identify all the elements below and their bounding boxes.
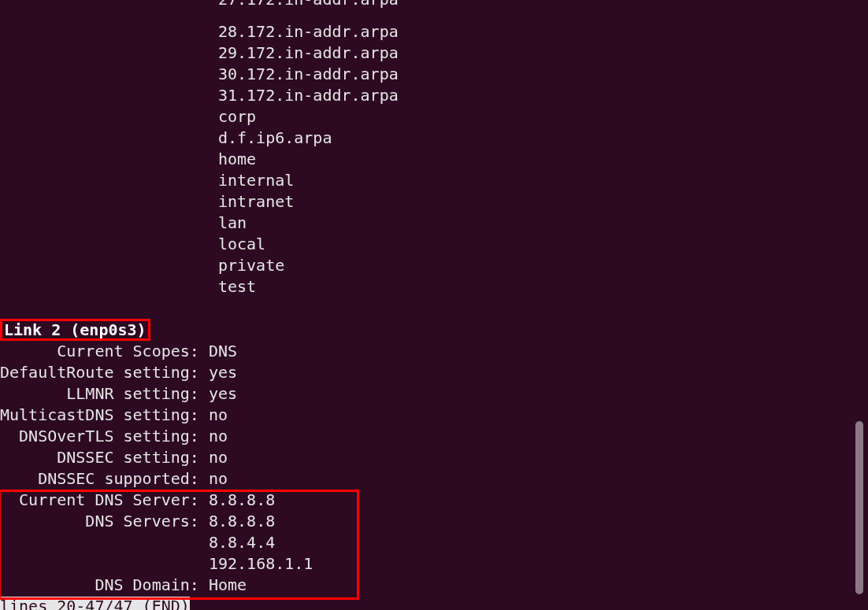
domain-entry: local <box>0 235 265 253</box>
domain-entry: lan <box>0 213 247 232</box>
scrollbar-track <box>855 0 863 610</box>
link-row: LLMNR setting: yes <box>0 384 237 403</box>
link-row-label: Current Scopes: <box>0 342 199 360</box>
link-row-label: DefaultRoute setting: <box>0 363 199 382</box>
domain-entry: intranet <box>0 192 294 211</box>
link-row-label: Current DNS Server: <box>0 490 199 509</box>
link-row: DNS Servers: 8.8.8.8 <box>0 512 275 531</box>
domain-entry: 30.172.in-addr.arpa <box>0 65 399 83</box>
link-row-label: MulticastDNS setting: <box>0 405 199 424</box>
link-row-value: no <box>209 405 228 424</box>
scrollbar-thumb[interactable] <box>855 421 863 594</box>
link-row: DNSSEC supported: no <box>0 469 228 488</box>
domain-entry: 28.172.in-addr.arpa <box>0 22 399 41</box>
link-row-value: 8.8.8.8 <box>209 490 275 509</box>
pager-status: lines 20-47/47 (END) <box>0 597 190 610</box>
domain-entry: internal <box>0 171 294 190</box>
link-row: DNS Domain: Home <box>0 575 247 594</box>
domain-entry: 31.172.in-addr.arpa <box>0 86 399 105</box>
domain-truncated: 27.172.in-addr.arpa <box>0 0 399 9</box>
domain-entry: test <box>0 277 256 296</box>
link-row-value: Home <box>209 575 247 594</box>
terminal-output[interactable]: 27.172.in-addr.arpa 28.172.in-addr.arpa … <box>0 0 868 610</box>
link-row-value: 8.8.8.8 <box>209 512 275 531</box>
link-title: Link 2 (enp0s3) <box>0 319 150 341</box>
link-row: 8.8.4.4 <box>0 533 275 552</box>
link-row-value: no <box>209 448 228 467</box>
domain-entry: home <box>0 150 256 168</box>
link-row: DNSOverTLS setting: no <box>0 427 228 445</box>
link-row-value: 192.168.1.1 <box>209 554 313 573</box>
link-row-label: DNS Servers: <box>0 512 199 531</box>
link-row-value: no <box>209 469 228 488</box>
link-row-label: LLMNR setting: <box>0 384 199 403</box>
link-row-label: DNS Domain: <box>0 575 199 594</box>
link-row-label: DNSSEC supported: <box>0 469 199 488</box>
link-row-value: DNS <box>209 342 237 360</box>
link-row: DefaultRoute setting: yes <box>0 363 237 382</box>
link-row-label <box>0 554 199 573</box>
link-row-label: DNSSEC setting: <box>0 448 199 467</box>
link-row-value: no <box>209 427 228 445</box>
link-row-label <box>0 533 199 552</box>
link-row: Current Scopes: DNS <box>0 342 237 360</box>
domain-entry: private <box>0 256 284 275</box>
link-row: DNSSEC setting: no <box>0 448 228 467</box>
domain-entry: corp <box>0 107 256 126</box>
domain-entry: 29.172.in-addr.arpa <box>0 43 399 62</box>
link-row: MulticastDNS setting: no <box>0 405 228 424</box>
link-row-value: 8.8.4.4 <box>209 533 275 552</box>
link-row: 192.168.1.1 <box>0 554 313 573</box>
link-row-value: yes <box>209 363 237 382</box>
link-row-value: yes <box>209 384 237 403</box>
link-row: Current DNS Server: 8.8.8.8 <box>0 490 275 509</box>
link-row-label: DNSOverTLS setting: <box>0 427 199 445</box>
domain-entry: d.f.ip6.arpa <box>0 128 332 147</box>
